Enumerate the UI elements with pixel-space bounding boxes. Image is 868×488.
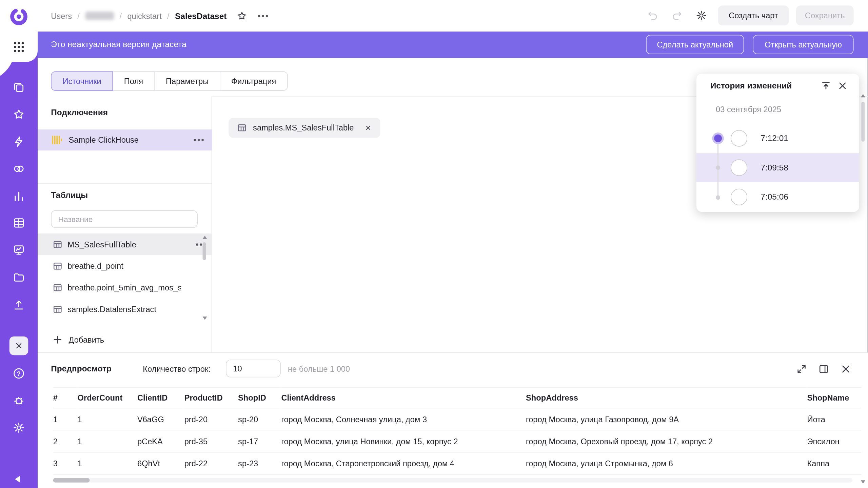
scrollbar-thumb[interactable] bbox=[203, 242, 206, 260]
make-actual-button[interactable]: Сделать актуальной bbox=[646, 35, 744, 54]
remove-source-icon[interactable] bbox=[365, 124, 372, 131]
table-row: 2 1 pCeKA prd-35 sp-17 город Москва, ули… bbox=[53, 430, 862, 452]
table-icon bbox=[53, 283, 62, 292]
table-list-scrollbar[interactable] bbox=[202, 235, 208, 321]
datalens-logo-icon[interactable] bbox=[9, 7, 29, 27]
apps-grid-icon[interactable] bbox=[13, 41, 25, 53]
help-icon[interactable]: ? bbox=[12, 367, 25, 380]
table-item-samples-datalensextract[interactable]: samples.DatalensExtract bbox=[38, 298, 212, 320]
collapse-icon[interactable] bbox=[821, 80, 832, 92]
tab-sources[interactable]: Источники bbox=[51, 72, 113, 91]
timeline-dot[interactable] bbox=[716, 195, 720, 200]
expand-preview-icon[interactable] bbox=[795, 363, 808, 375]
banner-message: Это неактуальная версия датасета bbox=[51, 39, 186, 49]
connection-item-sample-clickhouse[interactable]: Sample ClickHouse bbox=[38, 129, 212, 150]
vertical-scrollbar[interactable] bbox=[859, 92, 867, 486]
add-table-button[interactable]: Добавить bbox=[53, 331, 104, 348]
close-panel-icon[interactable] bbox=[9, 337, 28, 355]
scroll-up-icon[interactable] bbox=[861, 94, 865, 98]
cell: город Москва, Ореховый проезд, дом 17, к… bbox=[526, 430, 807, 452]
datasets-table-icon[interactable] bbox=[12, 216, 25, 229]
dataset-settings-gear-icon[interactable] bbox=[695, 9, 708, 22]
column-header: ShopAddress bbox=[526, 388, 807, 408]
table-search-input[interactable] bbox=[51, 210, 198, 228]
breadcrumb-users[interactable]: Users bbox=[51, 11, 72, 20]
column-header: ClientAddress bbox=[281, 388, 526, 408]
bug-report-icon[interactable] bbox=[12, 394, 25, 407]
revision-time: 7:05:06 bbox=[761, 183, 788, 211]
undo-icon[interactable] bbox=[647, 9, 659, 22]
table-item-breathe-point-5min[interactable]: breathe.point_5min_avg_mos_s... bbox=[38, 277, 212, 298]
history-panel: История изменений 03 сентября 2025 7:12:… bbox=[696, 74, 859, 212]
cell: город Москва, Солнечная улица, дом 3 bbox=[281, 408, 526, 430]
dashboards-monitor-icon[interactable] bbox=[12, 243, 25, 257]
favorite-star-icon[interactable] bbox=[237, 10, 248, 21]
cell: prd-35 bbox=[184, 430, 238, 452]
timeline-dot[interactable] bbox=[716, 165, 720, 170]
left-panel: Подключения Sample ClickHouse Таблицы MS… bbox=[38, 96, 212, 352]
table-list: MS_SalesFullTable breathe.d_point breath… bbox=[38, 233, 212, 322]
close-icon[interactable] bbox=[837, 80, 848, 92]
timeline-selected-dot[interactable] bbox=[714, 135, 722, 142]
create-chart-button[interactable]: Создать чарт bbox=[718, 5, 789, 25]
favorites-star-icon[interactable] bbox=[12, 108, 25, 121]
table-item-label: MS_SalesFullTable bbox=[67, 240, 136, 249]
revision-time: 7:09:58 bbox=[761, 153, 788, 182]
more-menu-icon[interactable] bbox=[262, 15, 264, 17]
horizontal-scrollbar[interactable] bbox=[53, 478, 853, 483]
storage-folder-icon[interactable] bbox=[12, 270, 25, 284]
tab-parameters[interactable]: Параметры bbox=[154, 72, 220, 91]
breadcrumb-current: SalesDataset bbox=[175, 11, 227, 21]
scroll-down-icon[interactable] bbox=[203, 317, 207, 320]
redo-icon[interactable] bbox=[671, 9, 683, 22]
table-item-label: samples.DatalensExtract bbox=[67, 305, 156, 313]
add-table-label: Добавить bbox=[68, 335, 104, 344]
connections-title: Подключения bbox=[51, 107, 108, 117]
close-preview-icon[interactable] bbox=[840, 363, 852, 375]
column-header: ProductID bbox=[184, 388, 238, 408]
collections-icon[interactable] bbox=[12, 81, 25, 94]
scroll-up-icon[interactable] bbox=[203, 236, 207, 239]
cell: prd-22 bbox=[184, 452, 238, 474]
table-icon bbox=[53, 240, 62, 249]
open-actual-button[interactable]: Открыть актуальную bbox=[753, 35, 853, 54]
cell: pCeKA bbox=[137, 430, 184, 452]
cell: sp-20 bbox=[238, 408, 281, 430]
tab-filtering[interactable]: Фильтрация bbox=[220, 72, 288, 91]
table-item-breathe-d-point[interactable]: breathe.d_point bbox=[38, 255, 212, 277]
charts-icon[interactable] bbox=[12, 190, 25, 203]
breadcrumb: Users / / quickstart / SalesDataset bbox=[51, 0, 264, 32]
divider bbox=[38, 183, 212, 184]
preview-table-header-row: # OrderCount ClientID ProductID ShopID C… bbox=[53, 388, 862, 408]
table-item-ms-salesfulltable[interactable]: MS_SalesFullTable bbox=[38, 233, 212, 255]
source-table-chip[interactable]: samples.MS_SalesFullTable bbox=[229, 118, 380, 138]
row-count-hint: не больше 1 000 bbox=[288, 365, 350, 373]
table-item-label: breathe.point_5min_avg_mos_s... bbox=[67, 283, 181, 292]
plus-icon bbox=[53, 335, 62, 344]
settings-gear-icon[interactable] bbox=[12, 421, 25, 434]
save-button[interactable]: Сохранить bbox=[796, 5, 854, 25]
connections-bolt-icon[interactable] bbox=[12, 135, 25, 148]
tab-fields[interactable]: Поля bbox=[112, 72, 155, 91]
dataset-tabs: Источники Поля Параметры Фильтрация bbox=[51, 72, 288, 91]
row-count-input[interactable] bbox=[226, 360, 281, 377]
breadcrumb-separator: / bbox=[167, 11, 170, 20]
source-table-chip-label: samples.MS_SalesFullTable bbox=[253, 123, 354, 132]
datalens-dataset-editor: ? Users / / quickstart / SalesDataset bbox=[0, 0, 868, 488]
scroll-down-icon[interactable] bbox=[861, 480, 865, 484]
outdated-version-banner: Это неактуальная версия датасета Сделать… bbox=[38, 32, 868, 58]
services-rings-icon[interactable] bbox=[12, 162, 25, 175]
breadcrumb-quickstart[interactable]: quickstart bbox=[127, 11, 161, 20]
breadcrumb-redacted-segment[interactable] bbox=[85, 12, 114, 20]
history-entry-highlighted[interactable]: 7:09:58 bbox=[696, 153, 859, 182]
scrollbar-thumb[interactable] bbox=[861, 102, 865, 142]
upload-icon[interactable] bbox=[12, 298, 25, 311]
table-row: 3 1 6QhVt prd-22 sp-23 город Москва, Ста… bbox=[53, 452, 862, 474]
connection-menu-icon[interactable] bbox=[198, 139, 200, 141]
split-view-icon[interactable] bbox=[817, 363, 830, 375]
table-row: 1 1 V6aGG prd-20 sp-20 город Москва, Сол… bbox=[53, 408, 862, 430]
back-arrow-icon[interactable] bbox=[15, 476, 20, 483]
scrollbar-thumb[interactable] bbox=[53, 478, 90, 483]
cell: sp-23 bbox=[238, 452, 281, 474]
history-entry[interactable]: 7:05:06 bbox=[696, 183, 859, 211]
